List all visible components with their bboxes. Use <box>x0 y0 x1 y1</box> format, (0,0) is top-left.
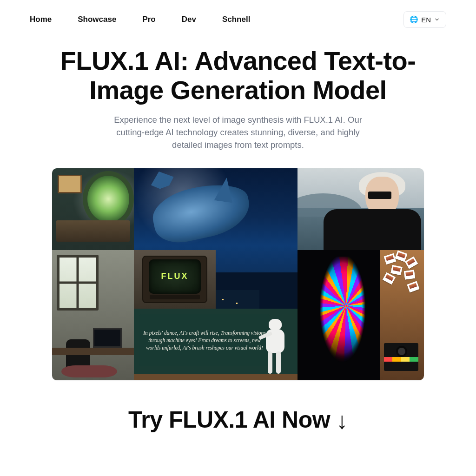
nav-item-pro[interactable]: Pro <box>142 15 155 24</box>
gallery-tile-man-sea <box>298 168 424 250</box>
nav-item-showcase[interactable]: Showcase <box>78 15 116 24</box>
showcase-gallery: FLUX In pixels' dance, AI's craft will r… <box>52 168 424 380</box>
gallery-tile-polaroid <box>380 250 424 380</box>
main-nav: Home Showcase Pro Dev Schnell <box>30 15 250 24</box>
chevron-down-icon <box>434 16 440 23</box>
chalkboard-poem: In pixels' dance, AI's craft will rise, … <box>139 329 270 351</box>
nav-item-schnell[interactable]: Schnell <box>222 15 250 24</box>
tv-screen-text: FLUX <box>149 259 201 294</box>
arrow-down-icon: ↓ <box>337 407 348 434</box>
cta-heading: Try FLUX.1 AI Now ↓ <box>0 406 476 433</box>
nav-item-dev[interactable]: Dev <box>182 15 196 24</box>
gallery-tile-robot-chalkboard: In pixels' dance, AI's craft will rise, … <box>134 309 298 380</box>
cta-label: Try FLUX.1 AI Now <box>128 407 330 433</box>
gallery-tile-neon-face <box>298 250 380 380</box>
language-code: EN <box>421 16 431 24</box>
language-picker[interactable]: 🌐 EN <box>403 11 446 28</box>
gallery-tile-retro-tv: FLUX <box>134 250 216 309</box>
nav-item-home[interactable]: Home <box>30 15 52 24</box>
gallery-tile-bedroom <box>52 168 134 250</box>
page-subtitle: Experience the next level of image synth… <box>108 114 368 151</box>
page-title: FLUX.1 AI: Advanced Text-to-Image Genera… <box>38 46 438 105</box>
gallery-tile-office <box>52 250 134 380</box>
globe-icon: 🌐 <box>410 15 418 24</box>
